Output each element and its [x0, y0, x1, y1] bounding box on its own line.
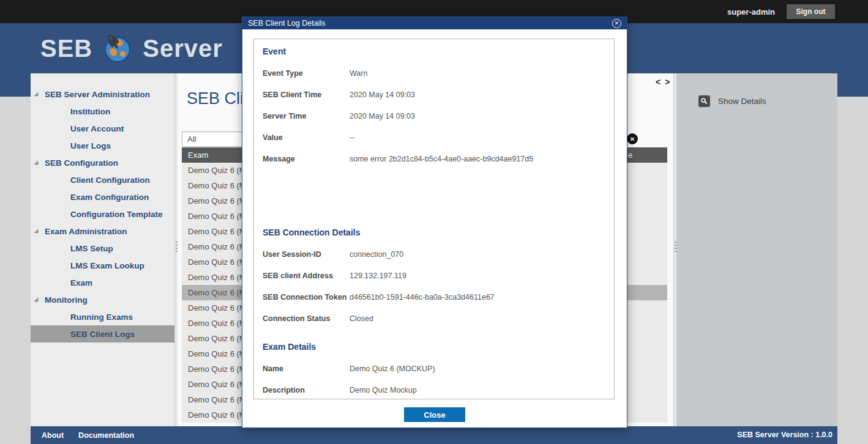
field-label: SEB Connection Token: [263, 293, 350, 302]
sidebar-item-label: User Account: [70, 124, 124, 133]
dialog-section-exam-details: Exam DetailsNameDemo Quiz 6 (MOCKUP)Desc…: [263, 342, 605, 394]
brand-text-server: Server: [143, 35, 223, 62]
footer-links: AboutDocumentation: [42, 426, 134, 444]
detail-field-event-type: Event TypeWarn: [263, 69, 605, 78]
sidebar-item-exam[interactable]: Exam: [31, 274, 174, 291]
field-value: --: [350, 133, 354, 142]
field-value: some error 2b2d1c84-b5c4-4ae0-aaec-b9cd4…: [350, 155, 533, 163]
field-label: Message: [263, 155, 350, 163]
dialog-close-icon[interactable]: ✕: [612, 19, 621, 28]
sign-out-button[interactable]: Sign out: [787, 4, 835, 19]
sidebar-item-label: Exam: [70, 278, 92, 287]
sidebar-item-label: User Logs: [70, 141, 111, 150]
pane-collapse-expand-icons[interactable]: <>: [656, 77, 673, 87]
detail-field-description: DescriptionDemo Quiz Mockup: [263, 386, 605, 394]
field-label: SEB client Address: [263, 272, 350, 280]
dialog-close-button[interactable]: Close: [404, 407, 465, 422]
section-heading: Event: [263, 46, 605, 56]
field-value: Closed: [350, 314, 373, 323]
sidebar-item-institution[interactable]: Institution: [31, 103, 174, 120]
detail-field-value: Value--: [263, 133, 605, 142]
tree-expand-icon[interactable]: ◢: [34, 229, 40, 234]
sidebar-item-user-logs[interactable]: User Logs: [31, 137, 174, 154]
sidebar-item-label: Client Configuration: [70, 176, 150, 185]
sidebar-item-seb-server-administration[interactable]: ◢SEB Server Administration: [31, 86, 174, 103]
sidebar-item-configuration-template[interactable]: Configuration Template: [31, 205, 174, 223]
dialog-sections: EventEvent TypeWarnSEB Client Time2020 M…: [253, 39, 615, 399]
field-label: Name: [263, 364, 350, 373]
field-value: 2020 May 14 09:03: [350, 91, 415, 99]
sidebar-item-exam-configuration[interactable]: Exam Configuration: [31, 188, 174, 205]
field-value: Demo Quiz Mockup: [350, 386, 417, 394]
brand-text-seb: SEB: [40, 35, 92, 62]
column-header-fragment: e: [628, 147, 632, 163]
field-value: 129.132.197.119: [350, 272, 406, 280]
log-details-dialog: SEB Client Log Details ✕ EventEvent Type…: [242, 17, 627, 428]
show-details-label: Show Details: [718, 97, 766, 106]
footer: AboutDocumentation SEB Server Version : …: [31, 426, 837, 444]
sidebar-item-label: LMS Exam Lookup: [70, 261, 144, 270]
detail-field-seb-client-address: SEB client Address129.132.197.119: [263, 272, 605, 280]
footer-link-documentation[interactable]: Documentation: [78, 431, 134, 440]
sidebar-item-monitoring[interactable]: ◢Monitoring: [31, 291, 174, 308]
field-value: 2020 May 14 09:03: [350, 112, 415, 120]
column-header-exam[interactable]: Exam: [182, 150, 208, 160]
tree-expand-icon[interactable]: ◢: [34, 160, 40, 165]
sidebar-item-label: LMS Setup: [70, 244, 113, 253]
sidebar-item-label: SEB Configuration: [45, 158, 118, 168]
detail-field-connection-status: Connection StatusClosed: [263, 314, 605, 323]
clear-filter-icon[interactable]: ✕: [627, 133, 638, 144]
field-label: SEB Client Time: [263, 91, 350, 99]
field-label: Server Time: [263, 112, 350, 120]
version-label: SEB Server Version : 1.0.0: [737, 426, 832, 444]
sidebar-item-user-account[interactable]: User Account: [31, 120, 174, 137]
action-pane: Show Details: [676, 73, 837, 426]
sidebar-nav: ◢SEB Server AdministrationInstitutionUse…: [31, 73, 174, 426]
sidebar-item-label: Configuration Template: [70, 210, 163, 219]
magnifier-icon: [698, 95, 710, 107]
sidebar-item-running-exams[interactable]: Running Exams: [31, 308, 174, 325]
sidebar-item-client-configuration[interactable]: Client Configuration: [31, 171, 174, 188]
tree-expand-icon[interactable]: ◢: [34, 92, 40, 97]
sidebar-item-label: Exam Administration: [45, 227, 127, 236]
sidebar-item-label: Institution: [70, 107, 110, 116]
detail-field-seb-connection-token: SEB Connection Tokend46561b0-1591-446c-b…: [263, 293, 605, 302]
field-label: Connection Status: [263, 314, 350, 323]
section-heading: SEB Connection Details: [263, 228, 605, 237]
dialog-section-seb-connection-details: SEB Connection DetailsUser Session-IDcon…: [263, 228, 605, 323]
sidebar-item-label: Running Exams: [70, 313, 133, 322]
sidebar-item-seb-configuration[interactable]: ◢SEB Configuration: [31, 154, 174, 171]
sidebar-item-label: Exam Configuration: [70, 193, 149, 202]
field-label: Description: [263, 386, 350, 394]
dialog-section-event: EventEvent TypeWarnSEB Client Time2020 M…: [263, 46, 605, 163]
footer-link-about[interactable]: About: [42, 431, 64, 440]
detail-field-message: Messagesome error 2b2d1c84-b5c4-4ae0-aae…: [263, 155, 605, 163]
field-label: User Session-ID: [263, 250, 350, 259]
dialog-titlebar[interactable]: SEB Client Log Details ✕: [242, 17, 627, 29]
sidebar-item-label: SEB Client Logs: [70, 330, 135, 339]
detail-field-seb-client-time: SEB Client Time2020 May 14 09:03: [263, 91, 605, 99]
sidebar-item-label: SEB Server Administration: [45, 90, 150, 99]
sidebar-item-label: Monitoring: [45, 295, 88, 305]
field-value: d46561b0-1591-446c-ba0a-3ca3d4611e67: [350, 293, 495, 302]
logged-in-username: super-admin: [727, 7, 775, 17]
field-label: Value: [263, 133, 350, 142]
sidebar-item-lms-setup[interactable]: LMS Setup: [31, 240, 174, 257]
seb-server-app: super-admin Sign out SEB Server ◢SEB Ser…: [0, 0, 868, 444]
field-label: Event Type: [263, 69, 350, 78]
show-details-action[interactable]: Show Details: [698, 95, 766, 107]
section-heading: Exam Details: [263, 342, 605, 352]
sidebar-item-lms-exam-lookup[interactable]: LMS Exam Lookup: [31, 257, 174, 274]
sidebar-item-exam-administration[interactable]: ◢Exam Administration: [31, 223, 174, 240]
tree-expand-icon[interactable]: ◢: [34, 297, 40, 302]
field-value: Warn: [350, 69, 367, 78]
dialog-title: SEB Client Log Details: [248, 19, 325, 28]
globe-lock-icon: [102, 33, 133, 64]
detail-field-name: NameDemo Quiz 6 (MOCKUP): [263, 364, 605, 373]
sidebar-item-seb-client-logs[interactable]: SEB Client Logs: [31, 325, 174, 342]
brand-logo: SEB Server: [40, 33, 223, 64]
detail-field-user-session-id: User Session-IDconnection_070: [263, 250, 605, 259]
field-value: connection_070: [350, 250, 403, 259]
detail-field-server-time: Server Time2020 May 14 09:03: [263, 112, 605, 120]
field-value: Demo Quiz 6 (MOCKUP): [350, 364, 435, 373]
